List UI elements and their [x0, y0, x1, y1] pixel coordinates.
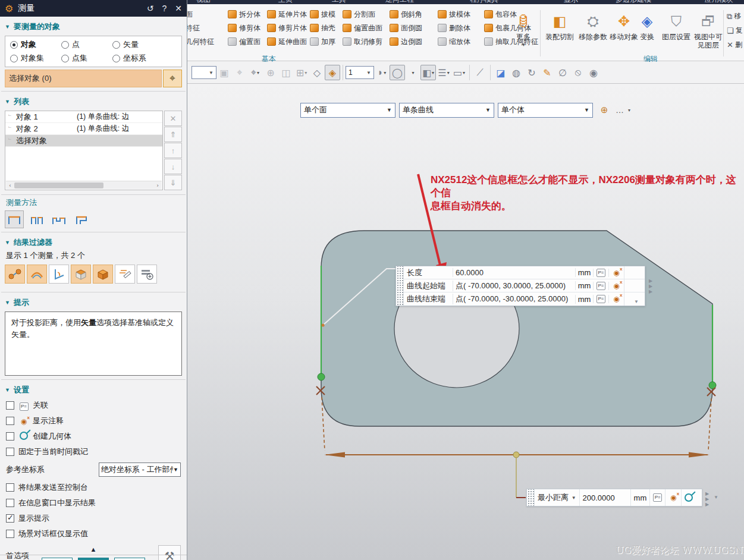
radio-vector[interactable]: 矢量	[112, 39, 164, 50]
list-item[interactable]: 对象 2 (1) 单条曲线: 边	[5, 123, 162, 135]
horizontal-scrollbar[interactable]: ‹ ›	[6, 181, 162, 189]
show-hide-icon[interactable]: ⦸	[570, 65, 586, 80]
ribbon-tab[interactable]: 工具	[332, 0, 346, 4]
list-item-selected[interactable]: 选择对象	[5, 135, 162, 147]
move-to-bottom-button[interactable]: ⇓	[164, 175, 182, 190]
min-distance-value[interactable]: 200.0000	[580, 489, 631, 506]
measure-box-flyout-arrows[interactable]: ▶▶▶	[649, 278, 652, 294]
dropdown-icon[interactable]: ▾	[405, 65, 420, 80]
drag-handle[interactable]	[396, 266, 404, 306]
checkbox-send-to-console[interactable]: 将结果发送至控制台	[0, 480, 187, 495]
checkbox-associative[interactable]: P= 关联	[0, 398, 187, 413]
radio-point[interactable]: 点	[61, 39, 112, 50]
move-to-top-button[interactable]: ⇑	[164, 127, 182, 142]
ribbon-item-divide-face[interactable]: 分割面	[343, 8, 375, 20]
list-item[interactable]: 对象 1 (1) 单条曲线: 边	[5, 111, 162, 123]
radio-object-set[interactable]: 对象集	[10, 53, 61, 64]
ribbon-more-button[interactable]: 🛢 更多▼	[509, 11, 538, 49]
body-rule-combo[interactable]: 单个体▼	[498, 103, 593, 118]
scroll-right-icon[interactable]: ›	[153, 183, 162, 188]
remove-item-button[interactable]: ✕	[164, 111, 182, 126]
ribbon-item-copy-to-layer[interactable]: ❏复	[727, 26, 743, 36]
filter-body-icon[interactable]	[93, 265, 113, 284]
curve-rule-combo[interactable]: 单条曲线▼	[399, 103, 494, 118]
ribbon-item-delete[interactable]: ✕删	[727, 40, 742, 50]
ref-csys-combo[interactable]: 绝对坐标系 - 工作部件 ▼	[99, 463, 181, 477]
expression-icon[interactable]: P=	[650, 489, 665, 506]
ribbon-item-transform[interactable]: ◈变换	[635, 11, 659, 41]
expression-icon[interactable]: P=	[593, 282, 608, 290]
ribbon-item-shell[interactable]: 抽壳	[310, 22, 335, 34]
method-nested-icon[interactable]	[72, 210, 91, 228]
ribbon-tab[interactable]: 程序模具	[470, 0, 498, 4]
checkbox-show-in-info-window[interactable]: 在信息窗口中显示结果	[0, 495, 187, 511]
ribbon-tab[interactable]: 逆向工程	[385, 0, 414, 4]
filter-add-to-list-icon[interactable]	[137, 265, 157, 284]
ribbon-item-trim-sheet[interactable]: 修剪片体	[267, 22, 307, 34]
checkbox-fix-timestamp[interactable]: 固定于当前时间戳记	[0, 444, 187, 460]
min-distance-type-dropdown[interactable]: 最小距离 ▼	[535, 489, 580, 506]
ribbon-tab[interactable]: 主页	[278, 0, 293, 4]
dialog-collapse-arrow[interactable]: ▲	[0, 546, 187, 553]
move-down-button[interactable]: ↓	[164, 159, 182, 174]
filter-distance-icon[interactable]	[5, 265, 25, 284]
select-object-field[interactable]: 选择对象 (0)	[5, 70, 162, 87]
eraser-icon[interactable]: ◪	[493, 65, 508, 80]
ribbon-item-extend-surface[interactable]: 延伸曲面	[267, 36, 307, 48]
ok-button[interactable]	[42, 558, 73, 560]
ribbon-tab[interactable]: 多边形建模	[616, 0, 651, 4]
ribbon-item-draft[interactable]: 拔模	[310, 8, 335, 20]
ribbon-tab[interactable]: 视图	[196, 0, 211, 4]
min-distance-flyout-arrows[interactable]: ▶▶▶	[705, 491, 709, 507]
move-face-icon[interactable]: ◍	[508, 65, 524, 80]
ribbon-item-assembly-cut[interactable]: ◧装配切割	[542, 11, 577, 41]
immersive-show-icon[interactable]: ◉	[586, 65, 601, 80]
ribbon-item-visible-layers[interactable]: 🗗视图中可见图层	[691, 11, 726, 49]
ribbon-item-face-blend[interactable]: 面倒圆	[390, 22, 422, 34]
measure-value[interactable]: 点( -70.0000, -30.0000, 25.0000)	[453, 294, 575, 304]
clamp-icon[interactable]: ◗▾	[374, 65, 390, 80]
rotate-icon[interactable]: ↻	[524, 65, 539, 80]
ribbon-tab[interactable]: 应用模块	[705, 0, 733, 4]
chevron-down-icon[interactable]: ▾	[628, 108, 630, 113]
ribbon-item-move-to-layer[interactable]: ⧉移	[727, 11, 741, 21]
min-distance-box[interactable]: 最小距离 ▼ 200.0000 mm P= ◉	[526, 489, 702, 506]
cylinder-display-icon[interactable]: ◯	[390, 65, 405, 80]
more-options-button[interactable]: …	[612, 102, 627, 118]
annotation-eye-icon[interactable]: ◉	[665, 489, 682, 506]
move-up-button[interactable]: ↑	[164, 143, 182, 158]
hide-icon[interactable]: ∅	[555, 65, 570, 80]
ribbon-item-edge-blend[interactable]: 边倒圆	[390, 36, 422, 48]
window-icon[interactable]: ▭▾	[451, 65, 467, 80]
method-pairs-icon[interactable]	[27, 210, 46, 228]
ribbon-item-chamfer[interactable]: 倒斜角	[390, 8, 422, 20]
ribbon-tab[interactable]: 显示	[564, 0, 578, 4]
ribbon-item-split-body[interactable]: 拆分体	[228, 8, 260, 20]
section-settings-header[interactable]: ▼ 设置	[0, 380, 187, 398]
wcs-dynamics-icon[interactable]: ◫	[278, 65, 294, 80]
ribbon-item-delete-body[interactable]: 删除体	[438, 22, 470, 34]
ribbon-item-draft-body[interactable]: 拔模体	[438, 8, 470, 20]
filter-projected-icon[interactable]	[115, 265, 135, 284]
filter-radius-icon[interactable]	[27, 265, 47, 284]
object-list[interactable]: 对象 1 (1) 单条曲线: 边 对象 2 (1) 单条曲线: 边 选择对象 ‹…	[5, 111, 163, 190]
highlight-related-icon[interactable]: ⊕	[597, 102, 612, 118]
scroll-left-icon[interactable]: ‹	[6, 183, 14, 188]
method-chain-icon[interactable]	[49, 210, 68, 228]
section-filter-header[interactable]: ▼ 结果过滤器	[0, 232, 187, 250]
measure-box-dropdown[interactable]: ▼	[634, 299, 639, 304]
ribbon-item-layer-settings[interactable]: ⛉图层设置	[659, 11, 693, 41]
dialog-title-bar[interactable]: ⚙ 测量 ↺ ? ✕	[0, 0, 187, 17]
measure-ruler-icon[interactable]: ⟋	[472, 65, 488, 80]
view-combo[interactable]: ▼	[192, 66, 216, 79]
measure-value[interactable]: 60.0000	[453, 268, 575, 277]
expression-icon[interactable]: P=	[593, 269, 608, 277]
isometric-view-icon[interactable]: ◈	[325, 65, 340, 80]
ribbon-item-extend-sheet[interactable]: 延伸片体	[267, 8, 307, 20]
reset-icon[interactable]: ↺	[147, 4, 154, 13]
expression-icon[interactable]: P=	[593, 295, 608, 303]
filter-angle-icon[interactable]	[49, 265, 69, 284]
radio-csys[interactable]: 坐标系	[112, 53, 164, 64]
show-absent-parts-icon[interactable]: ▣	[216, 65, 232, 80]
checkbox-scene-dialog-values-only[interactable]: 场景对话框仅显示值	[0, 526, 187, 542]
